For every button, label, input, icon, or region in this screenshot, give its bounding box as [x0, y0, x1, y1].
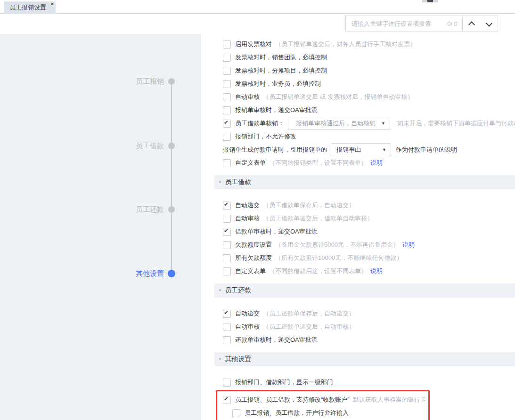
- setting-label: 报销部门，不允许修改: [235, 132, 296, 141]
- section-header: • 员工借款: [214, 175, 515, 189]
- setting-hint: （不同的借款用途，设置不同表单）: [269, 267, 367, 275]
- checkbox[interactable]: [223, 228, 231, 236]
- setting-hint: （员工还款单保存后，自动递交）: [263, 309, 355, 318]
- tab-bar: 员工报销设置 ×: [0, 0, 515, 14]
- setting-row: 启用发票核对 （员工报销单递交后，财务人员进行手工核对发票）: [223, 38, 515, 51]
- dropdown-select[interactable]: 报销事由 ▼: [331, 143, 391, 156]
- top-partial-widget-thumb: [427, 0, 433, 2]
- help-link[interactable]: 说明: [370, 159, 383, 167]
- setting-label: 欠款额度设置: [235, 241, 272, 249]
- setting-row: 还款单审核时，递交OA审批流: [223, 333, 515, 347]
- checkbox[interactable]: [223, 67, 231, 75]
- employee-reimbursement-settings-page: 员工报销设置 × 0/ 0 员工报销 员工借款 员工还款: [0, 0, 515, 420]
- checkbox[interactable]: [223, 54, 231, 62]
- search-prev-button[interactable]: [463, 16, 480, 32]
- nav-dot: [168, 143, 175, 149]
- setting-label: 自动递交: [235, 201, 260, 210]
- setting-row: 员工报销、员工借款，开户行允许输入: [232, 406, 428, 420]
- timeline-line: [171, 81, 172, 274]
- checkbox[interactable]: [223, 323, 231, 331]
- nav-item-employee-loan[interactable]: 员工借款: [0, 141, 201, 151]
- checkbox[interactable]: [223, 241, 231, 249]
- setting-row: 自动审核 （员工还款单递交后，自动审核）: [223, 320, 515, 333]
- dropdown-select[interactable]: 报销单审核通过后，自动核销 ▼: [288, 117, 390, 130]
- setting-hint: （不同的报销类型，设置不同表单）: [269, 159, 367, 167]
- bullet-icon: •: [219, 287, 221, 294]
- setting-row: 自动递交 （员工还款单保存后，自动递交）: [223, 307, 515, 320]
- search-counter: 0/ 0: [447, 20, 458, 27]
- tab-employee-reimbursement-settings[interactable]: 员工报销设置 ×: [4, 1, 56, 13]
- setting-label: 报销单生成付款申请时，引用报销单的: [223, 145, 327, 154]
- tab-label: 员工报销设置: [9, 4, 46, 11]
- setting-label: 自定义表单: [235, 267, 266, 275]
- setting-label: 员工报销、员工借款，支持修改“收款账户”: [235, 396, 350, 404]
- checkbox[interactable]: [223, 379, 231, 387]
- checkbox[interactable]: [223, 106, 231, 114]
- checkbox[interactable]: [223, 80, 231, 88]
- setting-hint: （员工借款单保存后，自动递交）: [263, 201, 355, 210]
- checkbox[interactable]: [223, 254, 231, 262]
- help-link[interactable]: 说明: [370, 267, 383, 275]
- body-area: 员工报销 员工借款 员工还款 其他设置 启用发票核对 （员工报销单递交后，财务人…: [0, 34, 515, 420]
- setting-hint: （员工报销单递交后 或 发票核对后，报销单自动审核）: [263, 93, 413, 101]
- dropdown-value: 报销事由: [336, 145, 361, 154]
- checkbox[interactable]: [223, 93, 231, 101]
- setting-label: 发票核对时，分摊项目，必填控制: [235, 66, 327, 75]
- checkbox[interactable]: [223, 202, 231, 210]
- setting-row: 报销部门，不允许修改: [223, 130, 515, 143]
- setting-row: 员工借款单核销： 报销单审核通过后，自动核销 ▼ 如未开启，需要核销下游单据应付…: [223, 117, 515, 130]
- setting-label: 自动审核: [235, 214, 260, 223]
- setting-row: 自动审核 （员工借款单递交后，借款单自动审核）: [223, 212, 515, 225]
- setting-label: 启用发票核对: [235, 40, 272, 48]
- setting-row: 员工报销、员工借款，支持修改“收款账户” 默认获取人事档案的银行卡: [223, 393, 428, 406]
- search-next-button[interactable]: [480, 16, 498, 32]
- nav-item-label: 员工借款: [136, 141, 164, 151]
- setting-row: 发票核对时，销售团队，必填控制: [223, 51, 515, 64]
- setting-row: 所有欠款额度 （所有欠款累计10000元，不能继续任何借款）: [223, 251, 515, 265]
- checkbox[interactable]: [223, 159, 231, 167]
- setting-label: 发票核对时，销售团队，必填控制: [235, 53, 327, 62]
- dropdown-value: 报销单审核通过后，自动核销: [296, 119, 376, 128]
- section-header: • 其他设置: [214, 352, 515, 366]
- checkbox[interactable]: [223, 336, 231, 344]
- bullet-icon: •: [219, 179, 221, 186]
- nav-item-other-settings[interactable]: 其他设置: [0, 268, 201, 279]
- nav-dot: [168, 206, 175, 213]
- checkbox[interactable]: [223, 40, 231, 48]
- dropdown-arrow-icon: ▼: [381, 121, 385, 126]
- setting-hint: （员工还款单递交后，自动审核）: [263, 323, 355, 331]
- dropdown-arrow-icon: ▼: [382, 147, 386, 152]
- checkbox[interactable]: [223, 215, 231, 223]
- setting-row: 发票核对时，分摊项目，必填控制: [223, 64, 515, 77]
- setting-label: 员工报销、员工借款，开户行允许输入: [245, 409, 349, 417]
- checkbox[interactable]: [223, 396, 231, 404]
- section-title: 其他设置: [225, 355, 251, 363]
- setting-hint: 默认获取人事档案的银行卡: [353, 396, 426, 404]
- setting-label: 借款单审核时，递交OA审批流: [235, 227, 318, 236]
- setting-label: 自动审核: [235, 323, 260, 331]
- nav-item-employee-reimbursement[interactable]: 员工报销: [0, 76, 201, 87]
- checkbox[interactable]: [223, 133, 231, 141]
- setting-row: 借款单审核时，递交OA审批流: [223, 225, 515, 238]
- nav-item-employee-repayment[interactable]: 员工还款: [0, 204, 201, 215]
- setting-hint: 如未开启，需要核销下游单据应付单与付款单后更新借款: [397, 119, 515, 128]
- setting-label: 自动递交: [235, 309, 260, 318]
- chevron-up-icon: [468, 21, 474, 28]
- checkbox[interactable]: [223, 120, 231, 128]
- setting-hint: （所有欠款累计10000元，不能继续任何借款）: [275, 254, 402, 262]
- setting-label: 报销部门、借款部门，显示一级部门: [235, 378, 333, 387]
- settings-search-box: 0/ 0: [345, 16, 498, 32]
- bullet-icon: •: [219, 356, 221, 363]
- tab-close-icon[interactable]: ×: [51, 1, 54, 7]
- top-partial-widget: [422, 0, 438, 2]
- checkbox[interactable]: [223, 267, 231, 275]
- checkbox[interactable]: [223, 310, 231, 318]
- setting-row: 报销部门、借款部门，显示一级部门: [223, 376, 515, 389]
- help-link[interactable]: 说明: [402, 241, 415, 249]
- checkbox[interactable]: [232, 409, 240, 417]
- chevron-down-icon: [485, 20, 492, 26]
- search-input[interactable]: [346, 20, 445, 27]
- setting-row: 报销单审核时，递交OA审批流: [223, 104, 515, 117]
- settings-groups: 启用发票核对 （员工报销单递交后，财务人员进行手工核对发票） 发票核对时，销售团…: [201, 34, 515, 420]
- setting-label: 自定义表单: [235, 159, 266, 167]
